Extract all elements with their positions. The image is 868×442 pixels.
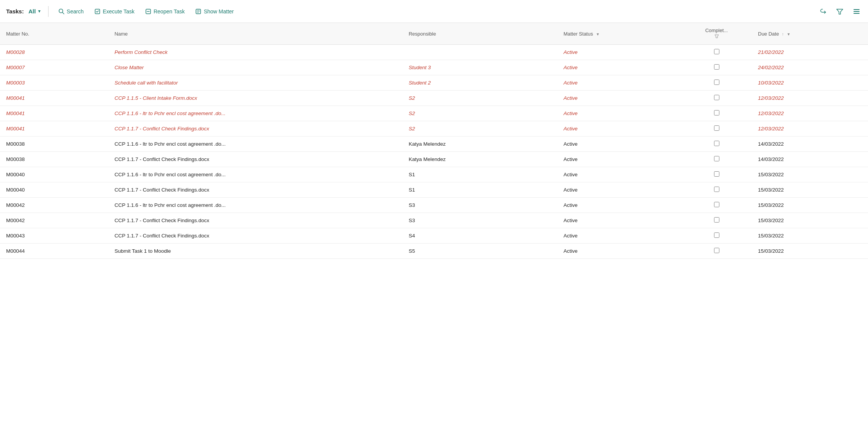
complete-checkbox[interactable] [714, 125, 719, 131]
toolbar-actions: Search Execute Task Reopen Task Show M [54, 6, 818, 17]
cell-matter-status: Active [557, 136, 681, 152]
cell-responsible: S4 [403, 228, 557, 244]
cell-due-date: 15/03/2022 [752, 244, 868, 259]
table-row[interactable]: M00007Close MatterStudent 3Active24/02/2… [0, 60, 868, 75]
complete-checkbox[interactable] [714, 232, 719, 238]
cell-matter-no: M00041 [0, 91, 108, 106]
column-header-matter-no: Matter No. [0, 23, 108, 45]
cell-name: CCP 1.1.7 - Conflict Check Findings.docx [108, 228, 403, 244]
table-row[interactable]: M00043CCP 1.1.7 - Conflict Check Finding… [0, 228, 868, 244]
table-row[interactable]: M00040CCP 1.1.7 - Conflict Check Finding… [0, 182, 868, 198]
complete-checkbox[interactable] [714, 49, 719, 54]
cell-name: CCP 1.1.7 - Conflict Check Findings.docx [108, 121, 403, 136]
column-matter-no-label: Matter No. [6, 31, 29, 37]
cell-complete[interactable] [681, 244, 752, 259]
cell-due-date: 15/03/2022 [752, 228, 868, 244]
filter-icon [836, 8, 844, 15]
reopen-task-button[interactable]: Reopen Task [141, 6, 189, 17]
svg-line-1 [62, 12, 64, 14]
cell-complete[interactable] [681, 198, 752, 213]
search-icon [58, 8, 65, 15]
cell-due-date: 12/03/2022 [752, 91, 868, 106]
search-button[interactable]: Search [54, 6, 88, 17]
complete-checkbox[interactable] [714, 202, 719, 207]
cell-responsible: S3 [403, 198, 557, 213]
complete-checkbox[interactable] [714, 187, 719, 192]
cell-matter-status: Active [557, 244, 681, 259]
cell-responsible: S1 [403, 182, 557, 198]
cell-responsible: S2 [403, 121, 557, 136]
table-row[interactable]: M00038CCP 1.1.6 - ltr to Pchr encl cost … [0, 136, 868, 152]
cell-matter-status: Active [557, 152, 681, 167]
cell-due-date: 21/02/2022 [752, 45, 868, 60]
cell-name: CCP 1.1.7 - Conflict Check Findings.docx [108, 213, 403, 228]
complete-checkbox[interactable] [714, 248, 719, 253]
cell-complete[interactable] [681, 167, 752, 182]
cell-responsible: Student 2 [403, 75, 557, 91]
cell-complete[interactable] [681, 45, 752, 60]
table-row[interactable]: M00041CCP 1.1.5 - Client Intake Form.doc… [0, 91, 868, 106]
cell-matter-status: Active [557, 60, 681, 75]
cell-due-date: 14/03/2022 [752, 136, 868, 152]
complete-checkbox[interactable] [714, 156, 719, 161]
cell-responsible: S3 [403, 213, 557, 228]
table-row[interactable]: M00040CCP 1.1.6 - ltr to Pchr encl cost … [0, 167, 868, 182]
table-row[interactable]: M00028Perform Conflict CheckActive21/02/… [0, 45, 868, 60]
table-row[interactable]: M00044Submit Task 1 to MoodleS5Active15/… [0, 244, 868, 259]
complete-checkbox[interactable] [714, 64, 719, 70]
cell-matter-status: Active [557, 121, 681, 136]
cell-complete[interactable] [681, 121, 752, 136]
cell-complete[interactable] [681, 75, 752, 91]
filter-button[interactable] [834, 6, 845, 17]
complete-checkbox[interactable] [714, 217, 719, 223]
table-row[interactable]: M00003Schedule call with facilitatorStud… [0, 75, 868, 91]
cell-matter-status: Active [557, 91, 681, 106]
column-responsible-label: Responsible [409, 31, 436, 37]
cell-matter-no: M00041 [0, 106, 108, 121]
all-filter-button[interactable]: All ▾ [26, 6, 42, 16]
column-header-matter-status[interactable]: Matter Status ▼ [557, 23, 681, 45]
table-row[interactable]: M00042CCP 1.1.6 - ltr to Pchr encl cost … [0, 198, 868, 213]
table-row[interactable]: M00038CCP 1.1.7 - Conflict Check Finding… [0, 152, 868, 167]
execute-task-button[interactable]: Execute Task [90, 6, 139, 17]
cell-matter-no: M00007 [0, 60, 108, 75]
complete-checkbox[interactable] [714, 110, 719, 115]
cell-due-date: 10/03/2022 [752, 75, 868, 91]
cell-complete[interactable] [681, 136, 752, 152]
column-header-complete[interactable]: Complet... [681, 23, 752, 45]
cell-complete[interactable] [681, 182, 752, 198]
cell-matter-no: M00043 [0, 228, 108, 244]
table-row[interactable]: M00041CCP 1.1.6 - ltr to Pchr encl cost … [0, 106, 868, 121]
cell-due-date: 15/03/2022 [752, 213, 868, 228]
table-row[interactable]: M00042CCP 1.1.7 - Conflict Check Finding… [0, 213, 868, 228]
table-header: Matter No. Name Responsible Matter Statu… [0, 23, 868, 45]
export-button[interactable] [818, 6, 828, 17]
cell-complete[interactable] [681, 228, 752, 244]
table-row[interactable]: M00041CCP 1.1.7 - Conflict Check Finding… [0, 121, 868, 136]
cell-matter-no: M00041 [0, 121, 108, 136]
table-body: M00028Perform Conflict CheckActive21/02/… [0, 45, 868, 259]
cell-matter-status: Active [557, 182, 681, 198]
cell-name: Close Matter [108, 60, 403, 75]
toolbar-divider [48, 6, 49, 17]
cell-name: CCP 1.1.7 - Conflict Check Findings.docx [108, 152, 403, 167]
cell-complete[interactable] [681, 152, 752, 167]
complete-checkbox[interactable] [714, 95, 719, 100]
show-matter-label: Show Matter [204, 8, 234, 15]
cell-complete[interactable] [681, 60, 752, 75]
cell-complete[interactable] [681, 91, 752, 106]
menu-button[interactable] [851, 6, 862, 17]
complete-checkbox[interactable] [714, 80, 719, 85]
cell-matter-status: Active [557, 75, 681, 91]
show-matter-button[interactable]: Show Matter [191, 6, 238, 17]
column-due-date-label: Due Date [758, 31, 779, 37]
tasks-label: Tasks: [6, 8, 24, 15]
cell-complete[interactable] [681, 106, 752, 121]
cell-responsible: S1 [403, 167, 557, 182]
complete-checkbox[interactable] [714, 171, 719, 177]
complete-checkbox[interactable] [714, 141, 719, 146]
cell-complete[interactable] [681, 213, 752, 228]
column-header-due-date[interactable]: Due Date ↑ ▼ [752, 23, 868, 45]
cell-name: CCP 1.1.7 - Conflict Check Findings.docx [108, 182, 403, 198]
cell-matter-no: M00038 [0, 152, 108, 167]
